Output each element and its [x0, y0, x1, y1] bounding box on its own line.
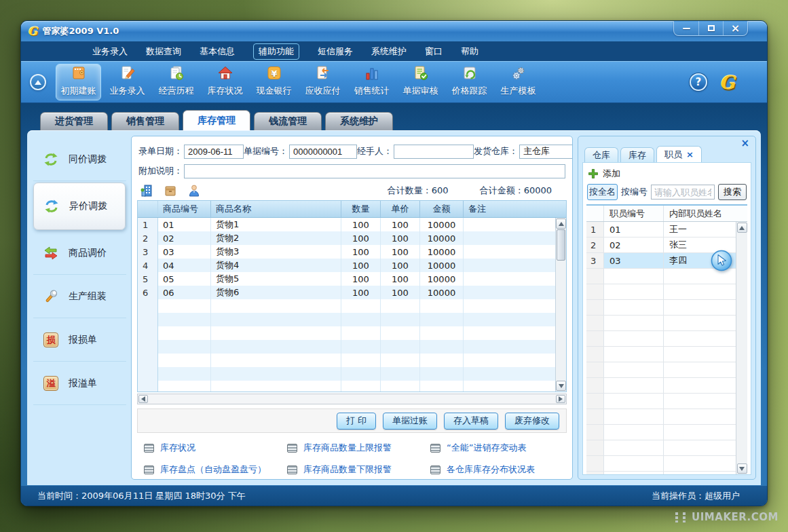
header-amount[interactable]: 金额 [420, 201, 464, 217]
staff-row-empty[interactable] [586, 456, 736, 472]
tab-close-icon[interactable]: × [686, 150, 694, 159]
staff-row-empty[interactable] [586, 316, 736, 331]
table-row-empty[interactable] [138, 381, 555, 392]
scroll-right-button[interactable] [556, 395, 565, 403]
close-button[interactable]: × [723, 21, 747, 35]
add-button[interactable]: 添加 [603, 168, 620, 180]
menu-item-business-entry[interactable]: 业务录入 [92, 45, 128, 58]
header-goods-code[interactable]: 商品编号 [158, 201, 211, 217]
link-allround-flow-table[interactable]: “全能”进销存变动表 [430, 441, 567, 455]
sidebar-item-production-assembly[interactable]: 生产组装 [33, 275, 126, 318]
header-staff-code[interactable]: 职员编号 [604, 206, 664, 221]
menu-item-help[interactable]: 帮助 [461, 45, 479, 58]
table-row[interactable]: 404货物410010010000 [138, 259, 555, 272]
tab-sales-management[interactable]: 销售管理 [111, 112, 179, 130]
handler-input[interactable] [394, 145, 474, 159]
staff-search-input[interactable] [651, 185, 715, 200]
tab-purchase-management[interactable]: 进货管理 [40, 112, 108, 130]
staff-row[interactable]: 101王一 [586, 222, 736, 238]
table-row[interactable]: 505货物510010010000 [138, 272, 555, 286]
staff-row-empty[interactable] [586, 362, 736, 378]
table-row[interactable]: 303货物310010010000 [138, 245, 555, 259]
header-quantity[interactable]: 数量 [341, 201, 381, 217]
toolbar-item-business-history[interactable]: 经营历程 [153, 64, 199, 100]
table-row[interactable]: 101货物110010010000 [138, 218, 555, 231]
toolbar-item-production-template[interactable]: 生产模板 [495, 64, 541, 100]
voucher-number-input[interactable] [289, 145, 357, 159]
tab-inventory[interactable]: 库存 [620, 147, 654, 162]
tab-inventory-management[interactable]: 库存管理 [183, 110, 250, 130]
toolbar-item-initial-setup[interactable]: 初期建账 [56, 64, 101, 100]
toolbar-item-inventory-status[interactable]: 库存状况 [202, 64, 248, 100]
staff-row-empty[interactable] [586, 331, 736, 347]
filter-by-fullname[interactable]: 按全名 [587, 184, 618, 200]
menu-item-system-maintenance[interactable]: 系统维护 [371, 45, 407, 58]
table-row[interactable]: 202货物210010010000 [138, 231, 555, 245]
print-button[interactable]: 打 印 [337, 413, 376, 430]
note-input[interactable] [184, 164, 565, 178]
staff-row-empty[interactable] [586, 284, 736, 300]
scroll-up-button[interactable] [556, 218, 566, 229]
toolbar-item-receivables-payables[interactable]: 应收应付 [300, 64, 345, 100]
staff-vertical-scrollbar[interactable] [736, 222, 747, 474]
scroll-down-button[interactable] [737, 463, 747, 474]
filter-by-code[interactable]: 按编号 [621, 186, 648, 198]
link-inventory-status[interactable]: 库存状况 [144, 441, 287, 455]
toolbar-collapse-button[interactable] [30, 74, 46, 90]
link-stock-upper-limit-alert[interactable]: 库存商品数量上限报警 [287, 441, 430, 455]
sidebar-item-loss-report[interactable]: 损 报损单 [33, 318, 126, 362]
link-stock-count[interactable]: 库存盘点（自动盘盈盘亏） [144, 463, 287, 476]
toolbar-item-business-entry[interactable]: 业务录入 [105, 64, 150, 100]
panel-close-icon[interactable]: × [740, 138, 749, 149]
warehouse-building-icon[interactable] [140, 184, 153, 197]
header-note[interactable]: 备注 [464, 201, 566, 217]
sidebar-item-same-price-transfer[interactable]: 同价调拨 [33, 138, 126, 181]
toolbar-item-sales-statistics[interactable]: 销售统计 [349, 64, 394, 100]
menu-item-data-query[interactable]: 数据查询 [146, 45, 181, 58]
table-row-empty[interactable] [138, 326, 555, 340]
menu-item-auxiliary-functions[interactable]: 辅助功能 [253, 43, 299, 60]
sidebar-item-goods-price-adjust[interactable]: 商品调价 [33, 231, 126, 275]
table-row-empty[interactable] [138, 299, 555, 313]
vertical-scrollbar[interactable] [555, 218, 566, 392]
minimize-button[interactable] [674, 21, 698, 35]
resize-grip-icon[interactable] [749, 492, 757, 500]
save-draft-button[interactable]: 存入草稿 [444, 413, 498, 430]
staff-row-empty[interactable] [586, 394, 736, 409]
scroll-left-button[interactable] [138, 395, 148, 403]
table-row[interactable]: 606货物610010010000 [138, 286, 555, 299]
scroll-up-button[interactable] [737, 223, 747, 233]
link-warehouse-distribution[interactable]: 各仓库库存分布状况表 [430, 463, 567, 476]
staff-row-empty[interactable] [586, 347, 736, 362]
date-input[interactable] [184, 145, 244, 159]
header-staff-name[interactable]: 内部职员姓名 [664, 206, 747, 221]
toolbar-item-price-tracking[interactable]: 价格跟踪 [447, 64, 492, 100]
maximize-button[interactable] [698, 21, 723, 35]
tab-system-maintenance[interactable]: 系统维护 [325, 112, 393, 130]
toolbar-item-voucher-audit[interactable]: 单据审核 [398, 64, 443, 100]
discard-changes-button[interactable]: 废弃修改 [505, 413, 559, 430]
menu-item-sms-service[interactable]: 短信服务 [318, 45, 353, 58]
staff-row-empty[interactable] [586, 425, 736, 440]
post-voucher-button[interactable]: 单据过账 [383, 413, 437, 430]
header-unit-price[interactable]: 单价 [381, 201, 420, 217]
staff-row-empty[interactable] [586, 378, 736, 394]
table-row-empty[interactable] [138, 340, 555, 354]
menu-item-basic-info[interactable]: 基本信息 [200, 45, 235, 58]
warehouse-input[interactable] [519, 145, 573, 159]
sidebar-item-overflow-report[interactable]: 溢 报溢单 [33, 362, 126, 405]
tab-staff[interactable]: 职员 × [656, 146, 702, 162]
staff-row-empty[interactable] [586, 300, 736, 316]
horizontal-scrollbar[interactable] [137, 394, 567, 404]
menu-item-window[interactable]: 窗口 [425, 45, 443, 58]
staff-row-empty[interactable] [586, 440, 736, 456]
staff-row-empty[interactable] [586, 409, 736, 425]
tab-warehouse[interactable]: 仓库 [584, 147, 618, 162]
help-icon[interactable]: ? [690, 73, 707, 91]
toolbar-item-cash-bank[interactable]: ¥ 现金银行 [251, 64, 297, 100]
stock-box-icon[interactable] [164, 184, 177, 197]
table-row-empty[interactable] [138, 367, 555, 381]
sidebar-item-diff-price-transfer[interactable]: 异价调拨 [33, 183, 126, 230]
scrollbar-thumb[interactable] [557, 229, 565, 261]
tab-cash-flow-management[interactable]: 钱流管理 [254, 112, 322, 130]
